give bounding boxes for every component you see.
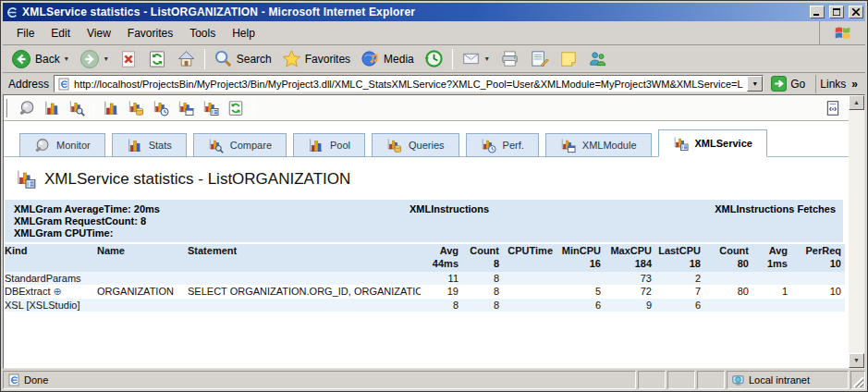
close-button[interactable] <box>849 6 863 18</box>
links-chevron-icon: » <box>851 78 858 91</box>
messenger-icon <box>588 49 607 68</box>
maximize-button[interactable] <box>829 6 844 18</box>
scroll-down-icon[interactable]: ▼ <box>849 353 864 368</box>
address-input[interactable]: http://localhost/ProjectsBin/MyProject3/… <box>54 75 764 92</box>
menu-favorites[interactable]: Favorites <box>119 22 181 44</box>
chart-magnifier-icon <box>208 138 224 153</box>
page-icon <box>57 78 70 91</box>
cell-avg: 11 <box>421 272 462 285</box>
cell-kind: XSL [XSLStudio] <box>5 299 97 312</box>
refresh-icon <box>148 50 166 68</box>
tab-xmlmodule[interactable]: XMLModule <box>545 133 652 157</box>
history-button[interactable] <box>420 46 448 71</box>
toolbar-grip[interactable] <box>6 99 9 117</box>
tab-compare[interactable]: Compare <box>193 133 287 157</box>
cell-statement <box>188 272 421 285</box>
menu-view[interactable]: View <box>79 22 119 44</box>
forward-button[interactable]: ▾ <box>75 46 114 72</box>
status-bar: Done Local intranet <box>3 369 865 389</box>
standard-toolbar: Back ▾ ▾ Search Favorites Media <box>3 45 865 73</box>
total-count: 8 <box>462 257 503 272</box>
cell-statement: SELECT ORGANIZATION.ORG_ID, ORGANIZATION… <box>188 285 421 299</box>
page-header: XMLService statistics - ListORGANIZATION <box>4 157 849 198</box>
tab-xmlservice[interactable]: XMLService <box>658 129 767 157</box>
back-button[interactable]: Back ▾ <box>6 46 74 72</box>
cell-name: ORGANIZATION <box>97 285 188 299</box>
address-dropdown-icon[interactable]: ▾ <box>747 76 763 92</box>
cell-name <box>97 272 188 285</box>
bar-chart-icon <box>43 100 60 116</box>
tab-perf[interactable]: Perf. <box>466 133 539 157</box>
menu-file[interactable]: File <box>8 22 43 44</box>
refresh-data-button[interactable] <box>226 98 246 118</box>
forward-dropdown-icon[interactable]: ▾ <box>104 55 109 63</box>
status-pane: Done <box>3 371 636 389</box>
vertical-scrollbar[interactable]: ▲ ▼ <box>849 95 864 368</box>
back-label: Back <box>35 53 60 66</box>
tab-label: Pool <box>330 140 350 151</box>
monitor-icon <box>18 100 35 116</box>
resize-grip[interactable] <box>850 371 865 389</box>
cell-perreq: 10 <box>791 285 845 299</box>
home-button[interactable] <box>172 46 201 71</box>
perf-toolbar-button[interactable] <box>151 98 171 118</box>
status-text: Done <box>24 374 48 386</box>
chart-list-icon <box>202 100 219 116</box>
go-button[interactable]: Go <box>768 75 811 92</box>
minimize-button[interactable] <box>810 6 825 18</box>
tab-queries[interactable]: Queries <box>372 133 459 157</box>
table-row: XSL [XSLStudio] 8 8 6 9 6 <box>5 299 845 312</box>
back-dropdown-icon[interactable]: ▾ <box>64 55 69 63</box>
mail-button[interactable]: ▾ <box>457 47 495 70</box>
compare-toolbar-button[interactable] <box>67 98 87 118</box>
go-label: Go <box>790 78 805 91</box>
pool-toolbar-button[interactable] <box>101 98 121 118</box>
total-cputime <box>503 257 556 272</box>
mail-dropdown-icon[interactable]: ▾ <box>484 55 490 63</box>
cell-fetch-count: 80 <box>704 285 752 299</box>
cell-avg: 8 <box>421 299 462 312</box>
total-avg: 44ms <box>421 257 462 272</box>
menu-edit[interactable]: Edit <box>43 22 79 44</box>
tab-pool[interactable]: Pool <box>293 133 365 157</box>
cell-mincpu <box>556 272 605 285</box>
edit-button[interactable] <box>525 46 554 71</box>
cell-count: 8 <box>462 285 503 299</box>
notes-button[interactable] <box>555 47 582 71</box>
refresh-doc-icon <box>227 100 244 116</box>
total-kind <box>5 257 97 272</box>
menu-tools[interactable]: Tools <box>181 22 224 44</box>
menu-help[interactable]: Help <box>224 22 263 44</box>
stats-toolbar-button[interactable] <box>42 98 62 118</box>
title-bar[interactable]: XMLService statistics - ListORGANIZATION… <box>3 3 865 21</box>
xmlservice-toolbar-button[interactable] <box>201 98 221 118</box>
tab-stats[interactable]: Stats <box>112 133 187 157</box>
monitor-toolbar-button[interactable] <box>17 98 37 118</box>
favorites-button[interactable]: Favorites <box>277 46 355 71</box>
stop-button[interactable] <box>115 47 142 71</box>
cell-mincpu: 5 <box>556 285 605 299</box>
col-name: Name <box>97 244 188 257</box>
stop-icon <box>119 50 138 68</box>
view-source-button[interactable] <box>823 98 843 118</box>
tab-monitor[interactable]: Monitor <box>19 133 105 157</box>
queries-toolbar-button[interactable] <box>126 98 146 118</box>
col-kind: Kind <box>5 244 97 257</box>
edit-page-icon <box>530 49 549 68</box>
browser-window: XMLService statistics - ListORGANIZATION… <box>0 0 868 392</box>
chart-window-icon <box>560 138 576 153</box>
cell-fetch-count <box>704 272 752 285</box>
print-button[interactable] <box>495 46 524 71</box>
links-button[interactable]: Links » <box>815 75 862 93</box>
ie-logo-icon <box>5 6 18 19</box>
search-button[interactable]: Search <box>209 46 276 71</box>
address-label: Address <box>6 78 49 91</box>
refresh-button[interactable] <box>143 47 171 71</box>
total-fetch-count: 80 <box>704 257 752 272</box>
media-button[interactable]: Media <box>356 46 419 71</box>
cell-lastcpu: 2 <box>655 272 704 285</box>
expand-icon[interactable]: ⊕ <box>54 286 62 297</box>
xmlmodule-toolbar-button[interactable] <box>176 98 196 118</box>
messenger-button[interactable] <box>583 46 612 71</box>
scroll-up-icon[interactable]: ▲ <box>849 95 864 110</box>
